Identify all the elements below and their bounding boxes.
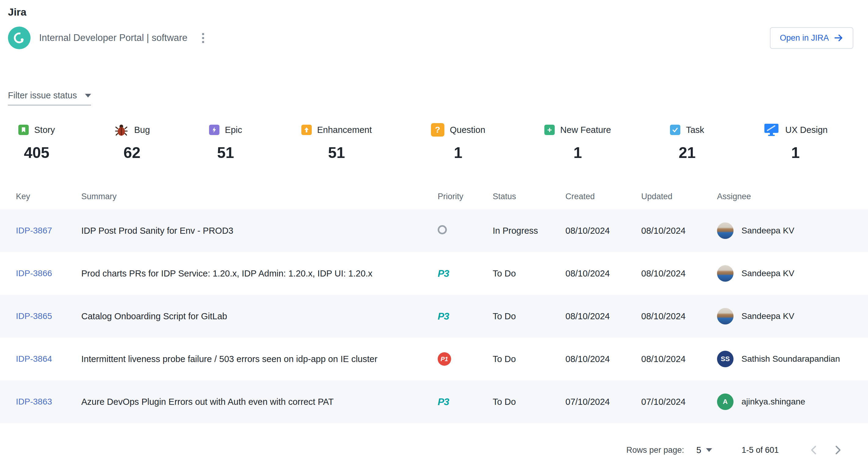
priority-p3-icon: P3 [438, 268, 449, 279]
issue-counter-label: Question [450, 125, 485, 135]
issue-counter-new-feature: + New Feature 1 [544, 121, 611, 162]
assignee-cell: A ajinkya.shingane [717, 394, 852, 410]
jira-plugin-card: Jira Internal Developer Portal | softwar… [0, 0, 868, 465]
chevron-left-icon [810, 445, 817, 455]
epic-icon [209, 125, 219, 135]
issue-key-link[interactable]: IDP-3867 [16, 226, 81, 236]
open-in-jira-label: Open in JIRA [780, 33, 829, 43]
assignee-name: Sandeepa KV [741, 311, 794, 321]
assignee-cell: Sandeepa KV [717, 223, 852, 239]
issue-updated-date: 08/10/2024 [641, 354, 717, 364]
rows-per-page-label: Rows per page: [626, 445, 684, 455]
priority-none-icon [438, 225, 447, 234]
issue-updated-date: 08/10/2024 [641, 269, 717, 279]
assignee-name: Sandeepa KV [741, 269, 794, 278]
issue-key-link[interactable]: IDP-3865 [16, 311, 81, 321]
bug-icon [114, 123, 129, 137]
assignee-name: ajinkya.shingane [741, 397, 805, 407]
ux-design-icon [763, 123, 780, 137]
rows-per-page-value: 5 [696, 445, 701, 455]
assignee-cell: Sandeepa KV [717, 265, 852, 282]
issue-key-link[interactable]: IDP-3864 [16, 354, 81, 364]
issue-counter-enhancement: Enhancement 51 [301, 121, 372, 162]
column-header-created: Created [565, 192, 641, 201]
issue-counter-label: Task [686, 125, 704, 135]
issue-summary: Prod charts PRs for IDP Service: 1.20.x,… [81, 269, 438, 279]
issue-status: To Do [493, 354, 565, 364]
project-row: Internal Developer Portal | software Ope… [8, 27, 853, 49]
issue-counter-ux-design: UX Design 1 [763, 121, 828, 162]
avatar: SS [717, 351, 734, 367]
issue-key-link[interactable]: IDP-3866 [16, 269, 81, 278]
avatar [717, 308, 734, 325]
question-icon: ? [431, 123, 444, 137]
issue-counter-bug: Bug 62 [114, 121, 150, 162]
issue-summary: Azure DevOps Plugin Errors out with Auth… [81, 397, 438, 407]
issue-counter-value: 1 [763, 144, 828, 162]
issue-created-date: 08/10/2024 [565, 226, 641, 236]
issue-counter-value: 51 [209, 144, 242, 162]
issue-counter-task: Task 21 [670, 121, 704, 162]
filter-row: Filter issue status [8, 90, 868, 105]
issue-type-counters: Story 405 Bug [18, 121, 828, 162]
arrow-right-icon [834, 34, 843, 42]
assignee-cell: Sandeepa KV [717, 308, 852, 325]
project-name: Internal Developer Portal | software [39, 32, 187, 43]
chevron-down-icon [85, 94, 91, 97]
issue-updated-date: 08/10/2024 [641, 226, 717, 236]
chevron-right-icon [835, 445, 841, 455]
issue-counter-value: 21 [670, 144, 704, 162]
table-row: IDP-3867 IDP Post Prod Sanity for Env - … [0, 209, 868, 252]
issue-counter-story: Story 405 [18, 121, 55, 162]
previous-page-button[interactable] [807, 441, 820, 459]
table-row: IDP-3865 Catalog Onboarding Script for G… [0, 295, 868, 338]
table-header: Key Summary Priority Status Created Upda… [0, 184, 868, 209]
page-title: Jira [8, 6, 853, 18]
issue-summary: Catalog Onboarding Script for GitLab [81, 311, 438, 322]
issue-summary: Intermittent liveness probe failure / 50… [81, 354, 438, 364]
issue-counter-value: 62 [114, 144, 150, 162]
issue-created-date: 07/10/2024 [565, 397, 641, 407]
issues-table: Key Summary Priority Status Created Upda… [0, 184, 868, 423]
pagination: Rows per page: 5 1-5 of 601 [0, 441, 845, 459]
issue-counter-label: Epic [225, 125, 242, 135]
issue-counter-value: 1 [431, 144, 485, 162]
issue-counter-question: ? Question 1 [431, 121, 485, 162]
next-page-button[interactable] [831, 441, 845, 459]
avatar [717, 223, 734, 239]
new-feature-icon: + [544, 125, 555, 135]
issue-key-link[interactable]: IDP-3863 [16, 397, 81, 407]
issue-counter-value: 1 [544, 144, 611, 162]
issue-counter-epic: Epic 51 [209, 121, 242, 162]
table-row: IDP-3866 Prod charts PRs for IDP Service… [0, 252, 868, 295]
issue-status: To Do [493, 311, 565, 322]
column-header-priority: Priority [438, 192, 493, 201]
assignee-name: Sandeepa KV [741, 226, 794, 236]
filter-issue-status-select[interactable]: Filter issue status [8, 91, 91, 105]
rows-per-page-select[interactable]: 5 [696, 445, 712, 455]
column-header-status: Status [493, 192, 565, 201]
issue-updated-date: 07/10/2024 [641, 397, 717, 407]
table-row: IDP-3864 Intermittent liveness probe fai… [0, 338, 868, 380]
story-icon [18, 125, 29, 135]
filter-issue-status-label: Filter issue status [8, 91, 77, 101]
more-options-menu[interactable] [199, 31, 207, 45]
task-icon [670, 125, 680, 135]
issue-created-date: 08/10/2024 [565, 269, 641, 279]
project-logo-icon [8, 27, 31, 49]
open-in-jira-button[interactable]: Open in JIRA [770, 27, 853, 49]
pagination-range: 1-5 of 601 [741, 445, 779, 455]
priority-p1-icon: P1 [438, 352, 451, 366]
header: Jira Internal Developer Portal | softwar… [0, 0, 868, 49]
issue-status: To Do [493, 397, 565, 407]
column-header-summary: Summary [81, 192, 438, 201]
chevron-down-icon [706, 448, 712, 452]
avatar [717, 265, 734, 282]
issue-updated-date: 08/10/2024 [641, 311, 717, 322]
issue-created-date: 08/10/2024 [565, 354, 641, 364]
issue-counter-value: 405 [18, 144, 55, 162]
column-header-key: Key [16, 192, 81, 201]
issue-counter-value: 51 [301, 144, 372, 162]
priority-p3-icon: P3 [438, 311, 449, 322]
issue-created-date: 08/10/2024 [565, 311, 641, 322]
